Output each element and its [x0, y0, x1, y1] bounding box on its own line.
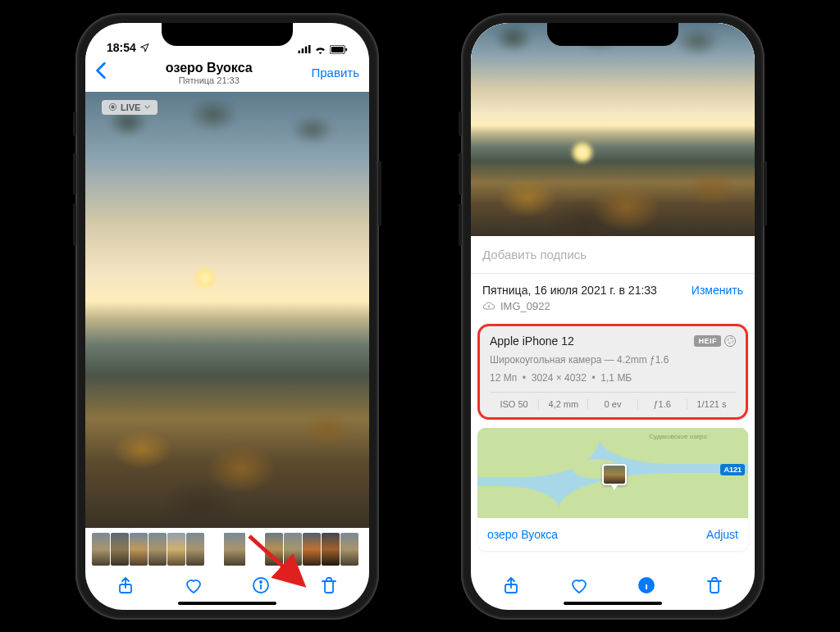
thumbnail[interactable]: [111, 533, 129, 566]
resolution-info: 12 Мп • 3024 × 4032 • 1,1 МБ: [490, 372, 736, 384]
date-row: Пятница, 16 июля 2021 г. в 21:33 Изменит…: [471, 274, 755, 298]
home-indicator[interactable]: [178, 602, 276, 605]
status-time: 18:54: [107, 41, 136, 54]
favorite-button[interactable]: [569, 575, 589, 598]
exif-shutter: 1/121 s: [687, 399, 736, 409]
delete-button[interactable]: [705, 575, 724, 598]
info-panel[interactable]: Добавить подпись Пятница, 16 июля 2021 г…: [471, 23, 755, 567]
map-view[interactable]: Судаковское озеро А121: [477, 428, 748, 518]
thumbnail[interactable]: [92, 533, 110, 566]
svg-rect-5: [331, 46, 344, 52]
notch: [162, 23, 293, 46]
svg-rect-6: [345, 48, 347, 51]
phone-left: 18:54 озеро Вуокса Пятница 21:33 Править…: [75, 13, 379, 620]
map-pin[interactable]: [602, 464, 627, 492]
nav-title: озеро Вуокса Пятница 21:33: [107, 61, 312, 85]
trash-icon: [705, 575, 724, 595]
heart-icon: [184, 575, 203, 595]
exif-aperture: ƒ1.6: [638, 399, 687, 409]
exif-ev: 0 ev: [588, 399, 637, 409]
photo-datetime-subtitle: Пятница 21:33: [107, 75, 312, 85]
info-icon: [637, 575, 656, 595]
thumbnail[interactable]: [265, 533, 283, 566]
thumbnail[interactable]: [322, 533, 340, 566]
change-date-button[interactable]: Изменить: [692, 284, 743, 297]
share-icon: [116, 575, 135, 595]
map-footer: озеро Вуокса Adjust: [477, 518, 748, 551]
live-badge[interactable]: LIVE: [102, 100, 158, 115]
file-row: IMG_0922: [471, 298, 755, 321]
exif-focal: 4,2 mm: [539, 399, 588, 409]
svg-rect-2: [305, 47, 308, 53]
live-photo-icon: [724, 335, 736, 347]
map-pin-thumbnail: [602, 464, 627, 485]
photo-location-title: озеро Вуокса: [107, 61, 312, 75]
road-shield: А121: [720, 464, 745, 475]
favorite-button[interactable]: [184, 575, 203, 598]
exif-iso: ISO 50: [490, 399, 539, 409]
lens-info: Широкоугольная камера — 4.2mm ƒ1.6: [490, 354, 736, 366]
delete-button[interactable]: [319, 575, 339, 598]
filename: IMG_0922: [500, 300, 550, 312]
screen-photo-info: Добавить подпись Пятница, 16 июля 2021 г…: [471, 23, 755, 610]
svg-rect-0: [299, 51, 301, 53]
live-icon: [108, 102, 117, 111]
chevron-down-icon: [144, 103, 151, 111]
signal-icon: [298, 45, 311, 53]
thumbnail[interactable]: [148, 533, 167, 566]
back-button[interactable]: [95, 61, 107, 84]
svg-point-8: [112, 106, 114, 108]
thumbnail[interactable]: [284, 533, 302, 566]
exif-grid: ISO 50 4,2 mm 0 ev ƒ1.6 1/121 s: [490, 392, 736, 409]
wifi-icon: [314, 45, 326, 54]
info-button[interactable]: [251, 575, 271, 598]
thumbnail[interactable]: [303, 533, 321, 566]
photo-viewport[interactable]: [85, 92, 369, 528]
photo-datetime: Пятница, 16 июля 2021 г. в 21:33: [482, 284, 657, 297]
heart-icon: [569, 575, 589, 595]
map-label: Судаковское озеро: [649, 433, 707, 440]
caption-input[interactable]: Добавить подпись: [471, 236, 755, 273]
cloud-icon: [482, 301, 495, 311]
thumbnail[interactable]: [130, 533, 148, 566]
share-button[interactable]: [116, 575, 135, 598]
map-adjust-button[interactable]: Adjust: [706, 528, 738, 541]
photo-image: [471, 23, 755, 236]
share-button[interactable]: [501, 575, 521, 598]
info-icon: [251, 575, 271, 595]
svg-rect-1: [302, 48, 304, 53]
thumbnail-selected[interactable]: [222, 531, 247, 567]
edit-button[interactable]: Править: [312, 66, 360, 80]
thumbnail[interactable]: [340, 533, 358, 566]
photo-image: [85, 92, 369, 528]
svg-point-18: [646, 580, 647, 582]
map-card[interactable]: Судаковское озеро А121 озеро Вуокса Adju…: [477, 428, 748, 551]
device-name: Apple iPhone 12: [490, 334, 574, 348]
location-icon: [139, 43, 149, 52]
photo-preview[interactable]: [471, 23, 755, 236]
notch: [547, 23, 678, 46]
screen-photo-viewer: 18:54 озеро Вуокса Пятница 21:33 Править…: [85, 23, 369, 610]
home-indicator[interactable]: [564, 602, 662, 605]
thumbnail[interactable]: [186, 533, 204, 566]
thumbnail-strip[interactable]: [85, 531, 369, 567]
share-icon: [501, 575, 521, 595]
trash-icon: [319, 575, 339, 595]
phone-right: Добавить подпись Пятница, 16 июля 2021 г…: [461, 13, 765, 620]
svg-rect-3: [308, 45, 311, 53]
exif-card: Apple iPhone 12 HEIF Широкоугольная каме…: [477, 324, 748, 420]
map-location[interactable]: озеро Вуокса: [487, 528, 558, 541]
live-label: LIVE: [121, 102, 140, 112]
info-button-active[interactable]: [637, 575, 656, 598]
nav-bar: озеро Вуокса Пятница 21:33 Править: [85, 56, 369, 92]
svg-point-12: [260, 581, 262, 583]
format-badge: HEIF: [694, 335, 721, 347]
battery-icon: [330, 45, 348, 54]
thumbnail[interactable]: [167, 533, 185, 566]
